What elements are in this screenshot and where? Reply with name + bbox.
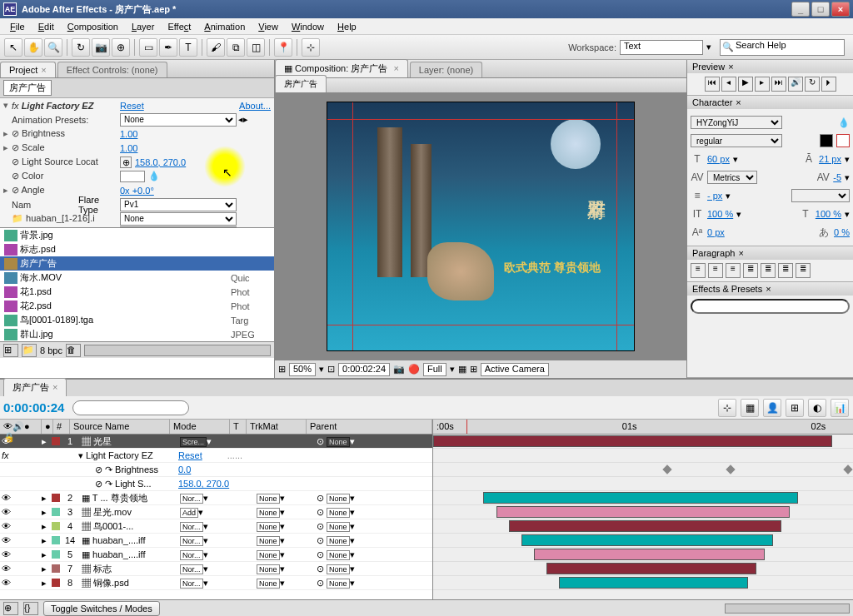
comp-subtab[interactable]: 房产广告 bbox=[275, 75, 327, 92]
delete-icon[interactable]: 🗑 bbox=[66, 344, 81, 357]
stroke-width[interactable]: - px bbox=[707, 191, 722, 201]
layer-bar[interactable] bbox=[496, 506, 791, 518]
grid-icon[interactable]: ⊞ bbox=[278, 364, 286, 375]
layer-bar[interactable] bbox=[559, 577, 748, 589]
menu-animation[interactable]: Animation bbox=[197, 22, 252, 32]
layer-bar[interactable] bbox=[433, 435, 832, 447]
rotate-tool[interactable]: ↻ bbox=[72, 38, 90, 57]
timeline-layer-row[interactable]: ⊘ ↷ Brightness0.0 bbox=[0, 463, 432, 477]
camera-tool[interactable]: 📷 bbox=[92, 38, 110, 57]
font-select[interactable]: HYZongYiJ bbox=[691, 116, 782, 129]
project-item[interactable]: 花2.psdPhot bbox=[0, 299, 274, 313]
project-item[interactable]: 标志.psd bbox=[0, 242, 274, 256]
layer-bar[interactable] bbox=[534, 549, 765, 560]
timeline-layer-row[interactable]: fx▾ Light Factory EZReset...... bbox=[0, 449, 432, 463]
eyedropper-icon[interactable]: 💧 bbox=[838, 117, 850, 128]
selection-tool[interactable]: ↖ bbox=[4, 38, 22, 57]
location-value[interactable]: 158.0, 270.0 bbox=[135, 157, 186, 167]
font-style-select[interactable]: regular bbox=[691, 134, 782, 147]
effect-controls-tab[interactable]: Effect Controls: (none) bbox=[57, 62, 167, 77]
menu-file[interactable]: File bbox=[3, 22, 32, 32]
channel-icon[interactable]: 🔴 bbox=[408, 364, 420, 375]
project-scrollbar[interactable] bbox=[84, 345, 271, 356]
layer-bar[interactable] bbox=[546, 563, 756, 574]
timeline-layer-row[interactable]: 👁▸5▦ huaban_....iffNor...▾None▾⊙ None▾ bbox=[0, 548, 432, 562]
kerning-select[interactable]: Metrics bbox=[707, 171, 757, 184]
layer-bar[interactable] bbox=[509, 520, 782, 532]
timeline-layer-row[interactable]: 👁▸3▦ 星光.movAdd▾None▾⊙ None▾ bbox=[0, 505, 432, 519]
next-frame-button[interactable]: ▸ bbox=[755, 77, 770, 92]
brightness-value[interactable]: 1.00 bbox=[120, 129, 137, 139]
reset-link[interactable]: Reset bbox=[120, 101, 144, 111]
keyframe[interactable] bbox=[726, 464, 735, 474]
zoom-slider[interactable] bbox=[725, 604, 850, 614]
about-link[interactable]: About... bbox=[239, 101, 271, 111]
text-tool[interactable]: T bbox=[179, 38, 197, 57]
menu-edit[interactable]: Edit bbox=[32, 22, 61, 32]
font-size[interactable]: 60 px bbox=[707, 154, 730, 164]
effects-search[interactable] bbox=[691, 299, 850, 314]
stroke-style[interactable] bbox=[791, 189, 850, 202]
leading-value[interactable]: 21 px bbox=[819, 154, 841, 164]
collapse-button[interactable]: {} bbox=[23, 602, 38, 615]
current-time[interactable]: 0:00:00:24 bbox=[3, 400, 64, 415]
project-item[interactable]: 海水.MOVQuic bbox=[0, 271, 274, 285]
camera-select[interactable]: Active Camera bbox=[481, 363, 549, 376]
zoom-tool[interactable]: 🔍 bbox=[44, 38, 62, 57]
scale-value[interactable]: 1.00 bbox=[120, 143, 137, 153]
flare-select[interactable]: Pv1 bbox=[120, 198, 237, 211]
last-frame-button[interactable]: ⏭ bbox=[771, 77, 786, 92]
local-axis[interactable]: ⊹ bbox=[302, 38, 320, 57]
layer-bar[interactable] bbox=[521, 534, 773, 546]
pan-behind-tool[interactable]: ⊕ bbox=[112, 38, 130, 57]
ram-preview-button[interactable]: ⏵ bbox=[821, 77, 836, 92]
menu-layer[interactable]: Layer bbox=[125, 22, 162, 32]
menu-window[interactable]: Window bbox=[285, 22, 331, 32]
minimize-button[interactable]: _ bbox=[791, 2, 810, 17]
clone-tool[interactable]: ⧉ bbox=[227, 38, 245, 57]
keyframe[interactable] bbox=[843, 464, 852, 474]
layer-bar[interactable] bbox=[483, 492, 798, 504]
expand-button[interactable]: ⊕ bbox=[3, 602, 18, 615]
timeline-layer-row[interactable]: 👁▸8▦ 铜像.psdNor...▾None▾⊙ None▾ bbox=[0, 576, 432, 590]
justify-center-button[interactable]: ≣ bbox=[761, 263, 776, 278]
timeline-layer-row[interactable]: ⊘ ↷ Light S...158.0, 270.0 bbox=[0, 477, 432, 491]
new-folder-icon[interactable]: 📁 bbox=[22, 344, 37, 357]
bpc-label[interactable]: 8 bpc bbox=[40, 345, 62, 355]
color-swatch[interactable] bbox=[120, 171, 145, 182]
timeline-layer-row[interactable]: 👁▸1▦ 光星Scre...▾⊙ None▾ bbox=[0, 435, 432, 449]
keyframe[interactable] bbox=[663, 464, 672, 474]
timeline-comp-tab[interactable]: 房产广告× bbox=[3, 378, 67, 396]
first-frame-button[interactable]: ⏮ bbox=[705, 77, 720, 92]
snapshot-icon[interactable]: 📷 bbox=[393, 364, 405, 375]
resolution-select[interactable]: Full bbox=[423, 363, 446, 376]
project-item[interactable]: 背景.jpg bbox=[0, 228, 274, 242]
presets-select[interactable]: None bbox=[120, 113, 237, 127]
menu-view[interactable]: View bbox=[252, 22, 285, 32]
ext1-select[interactable]: None bbox=[120, 212, 237, 226]
align-center-button[interactable]: ≡ bbox=[708, 263, 723, 278]
justify-left-button[interactable]: ≣ bbox=[743, 263, 758, 278]
stroke-color[interactable] bbox=[836, 134, 850, 147]
loop-button[interactable]: ↻ bbox=[805, 77, 820, 92]
toggle-switches-button[interactable]: Toggle Switches / Modes bbox=[43, 601, 160, 616]
play-button[interactable]: ▶ bbox=[738, 77, 753, 92]
project-item[interactable]: 鸟[0001-0189].tgaTarg bbox=[0, 313, 274, 327]
resolution-icon[interactable]: ⊡ bbox=[327, 364, 335, 375]
shy-toggle[interactable]: 👤 bbox=[763, 399, 781, 417]
timeline-layer-row[interactable]: 👁▸4▦ 鸟0001-...Nor...▾None▾⊙ None▾ bbox=[0, 519, 432, 534]
workspace-select[interactable]: Text bbox=[620, 40, 703, 55]
align-left-button[interactable]: ≡ bbox=[691, 263, 706, 278]
zoom-select[interactable]: 50% bbox=[289, 363, 316, 376]
timeline-layer-row[interactable]: 👁▸7▦ 标志Nor...▾None▾⊙ None▾ bbox=[0, 562, 432, 576]
frame-blend-toggle[interactable]: ⊞ bbox=[786, 399, 804, 417]
pen-tool[interactable]: ✒ bbox=[159, 38, 177, 57]
vscale-value[interactable]: 100 % bbox=[707, 209, 733, 219]
prev-frame-button[interactable]: ◂ bbox=[721, 77, 736, 92]
menu-composition[interactable]: Composition bbox=[61, 22, 125, 32]
brush-tool[interactable]: 🖌 bbox=[207, 38, 225, 57]
justify-all-button[interactable]: ≣ bbox=[796, 263, 811, 278]
timeline-layer-row[interactable]: 👁▸2▦ T ... 尊贵领地Nor...▾None▾⊙ None▾ bbox=[0, 491, 432, 505]
hscale-value[interactable]: 100 % bbox=[816, 209, 841, 219]
composition-viewer[interactable]: 雅翠府 欧式典范 尊贵领地 bbox=[275, 93, 686, 360]
